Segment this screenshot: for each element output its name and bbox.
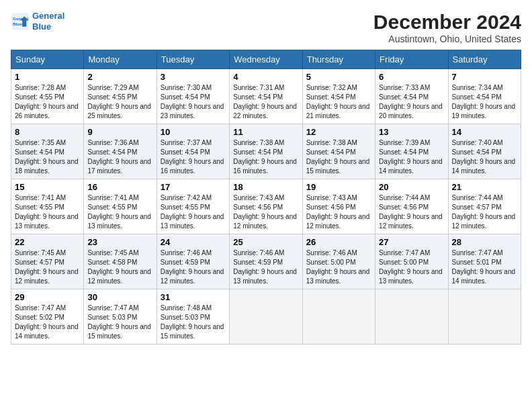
- calendar-cell: 26Sunrise: 7:46 AMSunset: 5:00 PMDayligh…: [302, 234, 375, 289]
- calendar-cell: 24Sunrise: 7:46 AMSunset: 4:59 PMDayligh…: [157, 234, 229, 289]
- title-block: December 2024 Austintown, Ohio, United S…: [373, 11, 521, 44]
- day-info: Sunrise: 7:47 AMSunset: 5:03 PMDaylight:…: [87, 304, 152, 341]
- day-number: 7: [452, 72, 517, 82]
- day-number: 18: [233, 182, 298, 192]
- day-info: Sunrise: 7:47 AMSunset: 5:00 PMDaylight:…: [379, 248, 444, 286]
- day-number: 13: [379, 127, 444, 137]
- day-info: Sunrise: 7:36 AMSunset: 4:54 PMDaylight:…: [87, 138, 152, 176]
- day-info: Sunrise: 7:35 AMSunset: 4:54 PMDaylight:…: [15, 138, 80, 176]
- day-number: 30: [87, 292, 152, 302]
- day-number: 22: [15, 237, 80, 247]
- day-info: Sunrise: 7:39 AMSunset: 4:54 PMDaylight:…: [379, 138, 444, 176]
- day-number: 6: [379, 72, 444, 82]
- day-info: Sunrise: 7:34 AMSunset: 4:54 PMDaylight:…: [452, 83, 517, 121]
- day-info: Sunrise: 7:43 AMSunset: 4:56 PMDaylight:…: [306, 193, 371, 231]
- calendar-cell: 22Sunrise: 7:45 AMSunset: 4:57 PMDayligh…: [11, 234, 84, 289]
- day-number: 5: [306, 72, 371, 82]
- calendar-cell: 20Sunrise: 7:44 AMSunset: 4:56 PMDayligh…: [375, 179, 448, 234]
- day-number: 2: [87, 72, 152, 82]
- calendar-week-row: 29Sunrise: 7:47 AMSunset: 5:02 PMDayligh…: [11, 289, 521, 345]
- calendar-cell: 10Sunrise: 7:37 AMSunset: 4:54 PMDayligh…: [157, 124, 229, 179]
- day-number: 9: [87, 127, 152, 137]
- day-info: Sunrise: 7:30 AMSunset: 4:54 PMDaylight:…: [161, 83, 226, 121]
- calendar-cell: 17Sunrise: 7:42 AMSunset: 4:55 PMDayligh…: [157, 179, 229, 234]
- calendar-cell: 18Sunrise: 7:43 AMSunset: 4:56 PMDayligh…: [230, 179, 302, 234]
- calendar-cell: 19Sunrise: 7:43 AMSunset: 4:56 PMDayligh…: [302, 179, 375, 234]
- day-info: Sunrise: 7:42 AMSunset: 4:55 PMDaylight:…: [161, 193, 226, 231]
- calendar-week-row: 22Sunrise: 7:45 AMSunset: 4:57 PMDayligh…: [11, 234, 521, 289]
- day-info: Sunrise: 7:43 AMSunset: 4:56 PMDaylight:…: [233, 193, 298, 231]
- weekday-header: Wednesday: [230, 50, 302, 69]
- calendar-cell: 16Sunrise: 7:41 AMSunset: 4:55 PMDayligh…: [84, 179, 157, 234]
- day-number: 28: [452, 237, 517, 247]
- calendar-cell: [230, 289, 302, 345]
- day-number: 24: [161, 237, 226, 247]
- day-number: 4: [233, 72, 298, 82]
- calendar-cell: 13Sunrise: 7:39 AMSunset: 4:54 PMDayligh…: [375, 124, 448, 179]
- month-title: December 2024: [373, 11, 521, 34]
- day-info: Sunrise: 7:41 AMSunset: 4:55 PMDaylight:…: [15, 193, 80, 231]
- weekday-header: Saturday: [448, 50, 521, 69]
- calendar-week-row: 15Sunrise: 7:41 AMSunset: 4:55 PMDayligh…: [11, 179, 521, 234]
- day-info: Sunrise: 7:46 AMSunset: 5:00 PMDaylight:…: [306, 248, 371, 286]
- day-number: 25: [233, 237, 298, 247]
- calendar-cell: [375, 289, 448, 345]
- calendar-cell: 6Sunrise: 7:33 AMSunset: 4:54 PMDaylight…: [375, 69, 448, 124]
- day-info: Sunrise: 7:47 AMSunset: 5:02 PMDaylight:…: [15, 304, 80, 341]
- calendar-cell: [302, 289, 375, 345]
- calendar-cell: [448, 289, 521, 345]
- weekday-header: Thursday: [302, 50, 375, 69]
- weekday-header: Friday: [375, 50, 448, 69]
- day-info: Sunrise: 7:38 AMSunset: 4:54 PMDaylight:…: [306, 138, 371, 176]
- weekday-header: Sunday: [11, 50, 84, 69]
- day-info: Sunrise: 7:45 AMSunset: 4:58 PMDaylight:…: [87, 248, 152, 286]
- day-info: Sunrise: 7:29 AMSunset: 4:55 PMDaylight:…: [87, 83, 152, 121]
- calendar-cell: 2Sunrise: 7:29 AMSunset: 4:55 PMDaylight…: [84, 69, 157, 124]
- logo: General Blue General Blue: [11, 11, 64, 32]
- day-number: 14: [452, 127, 517, 137]
- day-number: 20: [379, 182, 444, 192]
- calendar-cell: 23Sunrise: 7:45 AMSunset: 4:58 PMDayligh…: [84, 234, 157, 289]
- calendar-cell: 3Sunrise: 7:30 AMSunset: 4:54 PMDaylight…: [157, 69, 229, 124]
- calendar-week-row: 1Sunrise: 7:28 AMSunset: 4:55 PMDaylight…: [11, 69, 521, 124]
- calendar-cell: 12Sunrise: 7:38 AMSunset: 4:54 PMDayligh…: [302, 124, 375, 179]
- day-info: Sunrise: 7:40 AMSunset: 4:54 PMDaylight:…: [452, 138, 517, 176]
- weekday-header: Tuesday: [157, 50, 229, 69]
- calendar-cell: 28Sunrise: 7:47 AMSunset: 5:01 PMDayligh…: [448, 234, 521, 289]
- day-info: Sunrise: 7:37 AMSunset: 4:54 PMDaylight:…: [161, 138, 226, 176]
- page-header: General Blue General Blue December 2024 …: [11, 11, 521, 44]
- day-number: 15: [15, 182, 80, 192]
- day-number: 27: [379, 237, 444, 247]
- calendar-cell: 30Sunrise: 7:47 AMSunset: 5:03 PMDayligh…: [84, 289, 157, 345]
- day-info: Sunrise: 7:41 AMSunset: 4:55 PMDaylight:…: [87, 193, 152, 231]
- day-number: 3: [161, 72, 226, 82]
- calendar-cell: 1Sunrise: 7:28 AMSunset: 4:55 PMDaylight…: [11, 69, 84, 124]
- calendar-cell: 21Sunrise: 7:44 AMSunset: 4:57 PMDayligh…: [448, 179, 521, 234]
- day-info: Sunrise: 7:32 AMSunset: 4:54 PMDaylight:…: [306, 83, 371, 121]
- calendar-week-row: 8Sunrise: 7:35 AMSunset: 4:54 PMDaylight…: [11, 124, 521, 179]
- day-info: Sunrise: 7:31 AMSunset: 4:54 PMDaylight:…: [233, 83, 298, 121]
- day-info: Sunrise: 7:33 AMSunset: 4:54 PMDaylight:…: [379, 83, 444, 121]
- day-info: Sunrise: 7:28 AMSunset: 4:55 PMDaylight:…: [15, 83, 80, 121]
- day-number: 10: [161, 127, 226, 137]
- day-info: Sunrise: 7:46 AMSunset: 4:59 PMDaylight:…: [161, 248, 226, 286]
- calendar-cell: 29Sunrise: 7:47 AMSunset: 5:02 PMDayligh…: [11, 289, 84, 345]
- day-number: 17: [161, 182, 226, 192]
- svg-text:Blue: Blue: [13, 21, 22, 26]
- day-info: Sunrise: 7:44 AMSunset: 4:57 PMDaylight:…: [452, 193, 517, 231]
- calendar-table: SundayMondayTuesdayWednesdayThursdayFrid…: [11, 50, 521, 345]
- day-number: 11: [233, 127, 298, 137]
- calendar-cell: 4Sunrise: 7:31 AMSunset: 4:54 PMDaylight…: [230, 69, 302, 124]
- location: Austintown, Ohio, United States: [373, 34, 521, 44]
- day-info: Sunrise: 7:48 AMSunset: 5:03 PMDaylight:…: [161, 304, 226, 341]
- day-number: 21: [452, 182, 517, 192]
- calendar-cell: 15Sunrise: 7:41 AMSunset: 4:55 PMDayligh…: [11, 179, 84, 234]
- logo-icon: General Blue: [11, 12, 30, 31]
- calendar-cell: 5Sunrise: 7:32 AMSunset: 4:54 PMDaylight…: [302, 69, 375, 124]
- day-info: Sunrise: 7:44 AMSunset: 4:56 PMDaylight:…: [379, 193, 444, 231]
- day-number: 31: [161, 292, 226, 302]
- day-number: 16: [87, 182, 152, 192]
- weekday-header-row: SundayMondayTuesdayWednesdayThursdayFrid…: [11, 50, 521, 69]
- day-number: 8: [15, 127, 80, 137]
- day-number: 1: [15, 72, 80, 82]
